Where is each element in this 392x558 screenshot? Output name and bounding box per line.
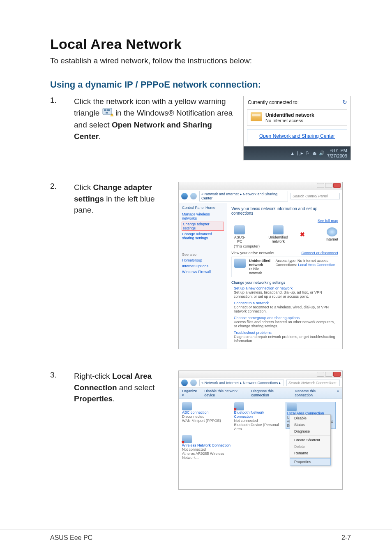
menu-rename[interactable]: Rename [290, 450, 330, 456]
connections-area: ABC connection Disconnected WAN Miniport… [179, 399, 342, 489]
svg-text:!: ! [111, 113, 112, 116]
diagram-inet-label: Internet [325, 237, 338, 241]
connected-label: Currently connected to: [248, 100, 299, 105]
minimize-button[interactable] [317, 372, 324, 377]
toolbar-organize[interactable]: Organize ▾ [182, 389, 198, 397]
close-button[interactable] [333, 183, 341, 188]
menu-disable[interactable]: Disable [290, 415, 330, 421]
footer-left: ASUS Eee PC [50, 534, 92, 542]
sidebar-internet-options[interactable]: Internet Options [182, 264, 224, 268]
tray-clock[interactable]: 6:01 PM 7/27/2009 [327, 148, 347, 158]
tray-popup: Currently connected to: ↻ Unidentified n… [243, 96, 351, 160]
search-input[interactable]: Search Network Connections [286, 380, 340, 386]
open-network-center-link[interactable]: Open Network and Sharing Center [259, 133, 335, 139]
network-status: No Internet access [265, 118, 314, 123]
connections-link[interactable]: Local Area Connection [298, 263, 335, 267]
connection-bluetooth[interactable]: Bluetooth Network Connection Not connect… [234, 402, 284, 431]
connection-name: Bluetooth Network Connection [234, 410, 284, 419]
breadcrumb[interactable]: « Network and Internet ▸ Network and Sha… [199, 191, 288, 201]
connection-device: Bluetooth Device (Personal Area... [234, 423, 284, 431]
item-setup-connection[interactable]: Set up a new connection or networkSet up… [234, 286, 338, 299]
document-page: Local Area Network To establish a wired … [0, 0, 392, 558]
diagram-internet: Internet [325, 227, 338, 241]
connection-icon [182, 435, 192, 443]
item-connect-desc: Connect or reconnect to a wireless, wire… [234, 305, 338, 313]
menu-diagnose[interactable]: Diagnose [290, 428, 330, 435]
access-type-value: No Internet access [297, 259, 328, 263]
taskbar-tray: ▲ |▯▸ ⚐ ⏏ 🔊 6:01 PM 7/27/2009 [244, 146, 350, 160]
context-menu: Disable Status Diagnose Create Shortcut … [290, 414, 331, 465]
item-connect-network[interactable]: Connect to a networkConnect or reconnect… [234, 301, 338, 313]
menu-create-shortcut[interactable]: Create Shortcut [290, 437, 330, 443]
diagram-net: Unidentified network [266, 225, 291, 243]
toolbar-rename[interactable]: Rename this connection [295, 389, 331, 397]
refresh-icon[interactable]: ↻ [342, 99, 347, 105]
nav-forward-icon[interactable] [190, 193, 197, 199]
connection-status: Not connected [234, 419, 284, 423]
connection-status: Not connected [182, 447, 231, 451]
maximize-button[interactable] [325, 183, 332, 188]
breadcrumb[interactable]: « Network and Internet ▸ Network Connect… [199, 380, 284, 386]
tray-time: 6:01 PM [327, 148, 347, 153]
diagram-x-icon: ✖ [300, 231, 305, 238]
tray-power-icon[interactable]: |▯▸ [297, 150, 303, 156]
step-3-mid: and select [117, 383, 155, 392]
see-full-map-link[interactable]: See full map [318, 219, 338, 223]
svg-rect-1 [104, 109, 106, 111]
tray-volume-icon[interactable]: 🔊 [319, 150, 325, 156]
sidebar-home[interactable]: Control Panel Home [182, 206, 224, 210]
menu-status[interactable]: Status [290, 421, 330, 428]
step-2-text: Click Change adapter settings in the lef… [74, 182, 168, 216]
subheading: Using a dynamic IP / PPPoE network conne… [50, 79, 351, 90]
tray-arrow-icon[interactable]: ▲ [290, 151, 295, 156]
diagram-pc-label: ASUS-PC [234, 235, 246, 243]
connection-device: Atheros AR9285 Wireless Network... [182, 451, 231, 460]
step-1-post: . [99, 132, 101, 141]
minimize-button[interactable] [317, 183, 324, 188]
close-button[interactable] [333, 372, 341, 377]
step-3-bold2: Properties [74, 394, 113, 403]
menu-properties[interactable]: Properties [290, 458, 331, 465]
screenshot-1: Currently connected to: ↻ Unidentified n… [243, 96, 351, 160]
step-3: 3. Right-click Local Area Connection and… [50, 370, 351, 490]
step-2-pre: Click [74, 183, 93, 192]
nav-forward-icon[interactable] [190, 380, 197, 386]
active-network-icon [234, 259, 246, 268]
nav-back-icon[interactable] [181, 193, 188, 199]
connection-wireless[interactable]: Wireless Network Connection Not connecte… [182, 435, 231, 460]
connection-icon [234, 402, 244, 410]
connected-row: Currently connected to: ↻ [244, 96, 350, 108]
step-3-text: Right-click Local Area Connection and se… [74, 370, 168, 405]
active-network-type: Public network [249, 267, 272, 275]
toolbar-disable[interactable]: Disable this network device [204, 389, 245, 397]
nav-back-icon[interactable] [181, 380, 188, 386]
sidebar-change-adapter[interactable]: Change adapter settings [182, 222, 224, 230]
item-troubleshoot[interactable]: Troubleshoot problemsDiagnose and repair… [234, 331, 338, 343]
toolbar-diagnose[interactable]: Diagnose this connection [251, 389, 289, 397]
svg-rect-3 [106, 112, 108, 113]
connection-abc[interactable]: ABC connection Disconnected WAN Miniport… [182, 402, 231, 423]
tray-network-icon[interactable]: ⏏ [312, 150, 316, 156]
network-entry: Unidentified network No Internet access [247, 109, 347, 126]
toolbar-more[interactable]: » [337, 389, 339, 397]
network-diagram: ASUS-PC Unidentified network ✖ Internet [234, 225, 338, 243]
maximize-button[interactable] [325, 372, 332, 377]
tray-flag-icon[interactable]: ⚐ [306, 150, 310, 156]
diagram-pc: ASUS-PC [234, 225, 246, 243]
open-center-row: Open Network and Sharing Center [247, 129, 347, 142]
search-input[interactable]: Search Control Panel [291, 193, 340, 199]
sidebar-homegroup[interactable]: HomeGroup [182, 258, 224, 262]
sidebar: Control Panel Home Manage wireless netwo… [179, 203, 227, 349]
sidebar-advanced-sharing[interactable]: Change advanced sharing settings [182, 232, 224, 240]
sidebar-firewall[interactable]: Windows Firewall [182, 270, 224, 274]
intro-text: To establish a wired network, follow the… [50, 56, 351, 65]
connect-disconnect-link[interactable]: Connect or disconnect [301, 251, 338, 255]
address-bar: « Network and Internet ▸ Network and Sha… [179, 190, 342, 203]
sidebar-wireless[interactable]: Manage wireless networks [182, 212, 224, 220]
network-connections-window: « Network and Internet ▸ Network Connect… [178, 370, 343, 490]
main-pane: View your basic network information and … [227, 203, 342, 349]
item-connect-title: Connect to a network [234, 301, 269, 305]
connection-name: ABC connection [182, 410, 231, 414]
access-type-label: Access type: [275, 259, 296, 263]
item-homegroup[interactable]: Choose homegroup and sharing optionsAcce… [234, 316, 338, 328]
